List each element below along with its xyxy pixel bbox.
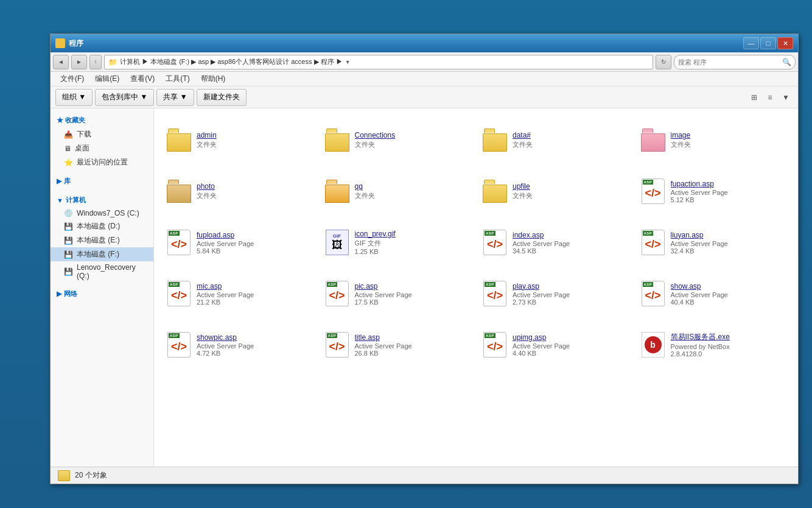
file-item[interactable]: photo文件夹 [161, 167, 317, 216]
sidebar-item-recent[interactable]: ⭐ 最近访问的位置 [51, 155, 153, 169]
file-type: 文件夹 [355, 140, 471, 149]
file-icon [640, 127, 666, 153]
refresh-button[interactable]: ↻ [656, 55, 671, 69]
file-item[interactable]: ASP</>title.aspActive Server Page26.8 KB [320, 320, 475, 369]
forward-button[interactable]: ► [71, 55, 87, 69]
sidebar-item-c-drive[interactable]: 💿 Windows7_OS (C:) [51, 207, 153, 219]
status-bar: 20 个对象 [51, 467, 798, 484]
sidebar-item-q-drive[interactable]: 💾 Lenovo_Recovery (Q:) [51, 261, 153, 282]
up-button[interactable]: ↑ [89, 55, 102, 69]
file-icon [324, 178, 350, 205]
menu-edit[interactable]: 编辑(E) [90, 72, 124, 85]
file-name: title.asp [355, 333, 471, 342]
file-item[interactable]: b简易IIS服务器.exePowered by NetBox2.8.4128.0 [635, 320, 791, 369]
file-item[interactable]: ASP</>play.aspActive Server Page2.73 KB [477, 269, 633, 318]
file-info: show.aspActive Server Page40.4 KB [671, 282, 786, 306]
file-size: 32.4 KB [671, 247, 786, 255]
menu-help[interactable]: 帮助(H) [196, 72, 231, 85]
file-name: icon_prev.gif [355, 230, 471, 238]
file-icon: ASP</> [324, 280, 350, 307]
file-size: 17.5 KB [355, 298, 471, 306]
address-bar: ◄ ► ↑ 📁 计算机 ▶ 本地磁盘 (F:) ▶ asp ▶ asp86个人博… [51, 52, 798, 72]
file-name: image [671, 131, 786, 139]
file-type: Active Server Page [671, 240, 786, 247]
file-type: 文件夹 [671, 140, 786, 149]
menu-file[interactable]: 文件(F) [55, 72, 89, 85]
file-item[interactable]: GIF🖼icon_prev.gifGIF 文件1.25 KB [320, 218, 475, 267]
minimize-button[interactable]: — [743, 37, 759, 49]
file-info: image文件夹 [671, 131, 786, 149]
search-input[interactable] [678, 58, 780, 66]
title-bar: 程序 — □ ✕ [51, 34, 798, 52]
maximize-button[interactable]: □ [760, 37, 776, 49]
file-name: fupload.asp [197, 231, 312, 239]
organize-button[interactable]: 组织 ▼ [55, 89, 93, 106]
file-size: 2.73 KB [513, 298, 628, 306]
file-type: Active Server Page [671, 189, 786, 196]
file-name: showpic.asp [197, 333, 312, 342]
view-controls: ⊞ ≡ ▼ [747, 91, 793, 104]
drive-icon: 💾 [64, 267, 73, 276]
file-size: 21.2 KB [197, 298, 312, 306]
address-dropdown-icon[interactable]: ▼ [345, 59, 351, 65]
file-item[interactable]: image文件夹 [635, 116, 791, 164]
search-box[interactable]: 🔍 [674, 55, 796, 69]
file-item[interactable]: admin文件夹 [161, 116, 317, 164]
file-type: Active Server Page [513, 342, 628, 350]
library-section: ▶ 库 [51, 174, 153, 188]
file-icon [166, 178, 192, 205]
file-info: upimg.aspActive Server Page4.40 KB [513, 333, 628, 357]
view-list[interactable]: ≡ [763, 91, 777, 104]
file-item[interactable]: ASP</>showpic.aspActive Server Page4.72 … [161, 320, 317, 369]
file-icon: GIF🖼 [324, 229, 350, 256]
file-info: play.aspActive Server Page2.73 KB [513, 282, 628, 306]
file-name: index.asp [513, 231, 628, 239]
file-item[interactable]: ASP</>mic.aspActive Server Page21.2 KB [161, 269, 317, 318]
file-item[interactable]: ASP</>liuyan.aspActive Server Page32.4 K… [635, 218, 791, 267]
sidebar: ★ 收藏夹 📥 下载 🖥 桌面 ⭐ 最近访问的位置 ▶ 库 [51, 108, 154, 467]
title-bar-left: 程序 [55, 38, 83, 49]
file-info: pic.aspActive Server Page17.5 KB [355, 282, 471, 306]
file-name: show.asp [671, 282, 786, 291]
library-header: ▶ 库 [51, 174, 153, 188]
explorer-window: 程序 — □ ✕ ◄ ► ↑ 📁 计算机 ▶ 本地磁盘 (F:) ▶ asp ▶… [50, 34, 799, 484]
sidebar-item-desktop[interactable]: 🖥 桌面 [51, 141, 153, 155]
sidebar-item-d-drive[interactable]: 💾 本地磁盘 (D:) [51, 219, 153, 233]
sidebar-item-downloads[interactable]: 📥 下载 [51, 127, 153, 141]
file-item[interactable]: ASP</>upimg.aspActive Server Page4.40 KB [477, 320, 633, 369]
file-icon: ASP</> [482, 331, 508, 358]
file-item[interactable]: qq文件夹 [320, 167, 475, 216]
network-header: ▶ 网络 [51, 287, 153, 301]
file-name: upfile [513, 182, 628, 191]
menu-tools[interactable]: 工具(T) [161, 72, 194, 85]
view-medium-icons[interactable]: ⊞ [747, 91, 761, 104]
file-item[interactable]: ASP</>show.aspActive Server Page40.4 KB [635, 269, 791, 318]
file-item[interactable]: ASP</>pic.aspActive Server Page17.5 KB [320, 269, 475, 318]
file-item[interactable]: ASP</>index.aspActive Server Page34.5 KB [477, 218, 633, 267]
back-button[interactable]: ◄ [53, 55, 69, 69]
file-item[interactable]: ASP</>fupaction.aspActive Server Page5.1… [635, 167, 791, 216]
file-name: admin [197, 131, 312, 139]
address-field[interactable]: 📁 计算机 ▶ 本地磁盘 (F:) ▶ asp ▶ asp86个人博客网站设计 … [104, 55, 653, 69]
file-name: pic.asp [355, 282, 471, 291]
toolbar: 组织 ▼ 包含到库中 ▼ 共享 ▼ 新建文件夹 ⊞ ≡ ▼ [51, 86, 798, 108]
file-icon: ASP</> [166, 331, 192, 358]
file-type: 文件夹 [355, 191, 471, 200]
share-button[interactable]: 共享 ▼ [156, 89, 194, 106]
file-icon: ASP</> [482, 280, 508, 307]
file-info: data#文件夹 [513, 131, 628, 149]
sidebar-item-f-drive[interactable]: 💾 本地磁盘 (F:) [51, 247, 153, 261]
file-name: 简易IIS服务器.exe [671, 332, 786, 342]
file-item[interactable]: ASP</>fupload.aspActive Server Page5.84 … [161, 218, 317, 267]
file-item[interactable]: Connections文件夹 [320, 116, 475, 164]
include-in-library-button[interactable]: 包含到库中 ▼ [95, 89, 154, 106]
file-icon: ASP</> [482, 229, 508, 256]
file-info: mic.aspActive Server Page21.2 KB [197, 282, 312, 306]
menu-view[interactable]: 查看(V) [125, 72, 159, 85]
sidebar-item-e-drive[interactable]: 💾 本地磁盘 (E:) [51, 233, 153, 247]
new-folder-button[interactable]: 新建文件夹 [197, 89, 247, 106]
close-button[interactable]: ✕ [777, 37, 793, 49]
file-item[interactable]: data#文件夹 [477, 116, 633, 164]
file-item[interactable]: upfile文件夹 [477, 167, 633, 216]
view-details[interactable]: ▼ [779, 91, 793, 104]
